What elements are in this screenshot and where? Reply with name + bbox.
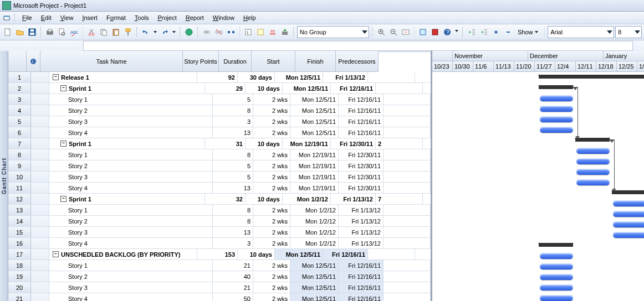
print-preview-icon[interactable] — [57, 25, 68, 39]
font-size-value: 8 — [618, 29, 621, 35]
undo-dropdown-icon[interactable] — [152, 25, 158, 39]
show-dropdown[interactable]: Show — [515, 25, 541, 39]
col-header-duration[interactable]: Duration — [219, 51, 252, 52]
task-info-icon[interactable]: i — [243, 25, 254, 39]
copy-icon[interactable] — [98, 25, 109, 39]
menubar: FileEditViewInsertFormatToolsProjectRepo… — [0, 12, 644, 24]
toolbar-overflow-icon[interactable] — [454, 25, 459, 39]
svg-rect-16 — [115, 30, 118, 35]
svg-rect-7 — [48, 29, 52, 32]
svg-rect-37 — [432, 29, 438, 35]
font-combo[interactable]: Arial — [548, 26, 614, 38]
restore-child-icon[interactable] — [1, 13, 12, 23]
view-bar[interactable]: Gantt Chart — [0, 51, 8, 52]
col-header-row[interactable] — [8, 51, 27, 52]
titlebar: Microsoft Project - Project1 — [0, 0, 644, 12]
app-icon — [2, 1, 11, 10]
toolbar-standard: ABC i No Group ? Show Arial 8 — [0, 24, 644, 40]
gantt-chart: NovemberDecemberJanuary 10/2310/3011/611… — [432, 51, 644, 52]
svg-rect-28 — [258, 29, 263, 35]
save-icon[interactable] — [27, 25, 38, 39]
grid-header: iTask NameStory PointsDurationStartFinis… — [8, 51, 431, 52]
open-icon[interactable] — [14, 25, 25, 39]
svg-rect-31 — [270, 33, 275, 35]
entry-input[interactable] — [83, 41, 633, 51]
svg-point-19 — [186, 29, 192, 35]
paste-icon[interactable] — [110, 25, 121, 39]
window-title: Microsoft Project - Project1 — [13, 2, 86, 9]
font-combo-value: Arial — [550, 29, 563, 35]
svg-point-30 — [273, 30, 275, 32]
format-painter-icon[interactable] — [122, 25, 134, 39]
svg-rect-1 — [4, 16, 9, 17]
help-icon[interactable]: ? — [442, 25, 453, 39]
unlink-tasks-icon[interactable] — [213, 25, 224, 39]
col-header-start[interactable]: Start — [252, 51, 295, 52]
task-notes-icon[interactable] — [255, 25, 266, 39]
print-icon[interactable] — [44, 25, 55, 39]
menu-view[interactable]: View — [56, 13, 78, 22]
font-size-combo[interactable]: 8 — [615, 26, 642, 38]
col-header-finish[interactable]: Finish — [295, 51, 336, 52]
assign-resources-icon[interactable] — [267, 25, 278, 39]
timeline-header: NovemberDecemberJanuary 10/2310/3011/611… — [432, 51, 644, 52]
timeline-month: December — [528, 51, 604, 52]
svg-rect-36 — [420, 29, 426, 35]
svg-rect-25 — [232, 31, 234, 33]
col-header-info[interactable]: i — [27, 51, 40, 52]
menu-report[interactable]: Report — [181, 13, 208, 22]
cut-icon[interactable] — [86, 25, 97, 39]
undo-icon[interactable] — [140, 25, 151, 39]
hide-subtasks-icon[interactable] — [503, 25, 514, 39]
group-combo-value: No Group — [300, 29, 326, 35]
svg-text:?: ? — [446, 29, 449, 35]
svg-point-21 — [206, 31, 209, 33]
redo-icon[interactable] — [159, 25, 170, 39]
menu-file[interactable]: File — [18, 13, 37, 22]
svg-rect-5 — [30, 29, 34, 32]
spellcheck-icon[interactable]: ABC — [69, 25, 80, 39]
menu-window[interactable]: Window — [208, 13, 239, 22]
task-grid: iTask NameStory PointsDurationStartFinis… — [8, 51, 432, 52]
goto-task-icon[interactable] — [400, 25, 411, 39]
hyperlink-icon[interactable] — [183, 25, 195, 39]
copy-picture-icon[interactable] — [417, 25, 428, 39]
menu-format[interactable]: Format — [102, 13, 130, 22]
svg-rect-18 — [127, 32, 129, 35]
col-header-pred[interactable]: Predecessors — [336, 51, 379, 52]
show-subtasks-icon[interactable] — [490, 25, 502, 39]
chevron-down-icon — [362, 29, 367, 35]
menu-edit[interactable]: Edit — [37, 13, 56, 22]
svg-point-12 — [92, 33, 94, 35]
svg-rect-26 — [246, 29, 251, 35]
timeline-month — [432, 51, 453, 52]
outdent-icon[interactable] — [466, 25, 477, 39]
menu-project[interactable]: Project — [153, 13, 181, 22]
ms-office-icon[interactable] — [430, 25, 441, 39]
menu-tools[interactable]: Tools — [130, 13, 154, 22]
menu-help[interactable]: Help — [239, 13, 260, 22]
new-icon[interactable] — [2, 25, 13, 39]
col-header-points[interactable]: Story Points — [183, 51, 219, 52]
svg-rect-4 — [30, 33, 34, 35]
chevron-down-icon — [607, 29, 612, 35]
svg-rect-17 — [126, 29, 130, 32]
svg-rect-14 — [103, 30, 106, 35]
zoom-out-icon[interactable] — [388, 25, 399, 39]
zoom-in-icon[interactable] — [376, 25, 387, 39]
group-combo[interactable]: No Group — [297, 26, 369, 38]
svg-rect-32 — [282, 32, 288, 35]
svg-point-29 — [270, 30, 273, 32]
chevron-down-icon — [635, 29, 640, 35]
svg-text:i: i — [247, 30, 248, 35]
redo-dropdown-icon[interactable] — [171, 25, 177, 39]
entry-bar — [0, 40, 644, 52]
split-task-icon[interactable] — [226, 25, 237, 39]
col-header-task[interactable]: Task Name — [40, 51, 183, 52]
link-tasks-icon[interactable] — [201, 25, 212, 39]
indent-icon[interactable] — [478, 25, 489, 39]
timeline-month: November — [453, 51, 528, 52]
menu-insert[interactable]: Insert — [78, 13, 102, 22]
svg-point-11 — [89, 33, 91, 35]
publish-icon[interactable] — [279, 25, 290, 39]
